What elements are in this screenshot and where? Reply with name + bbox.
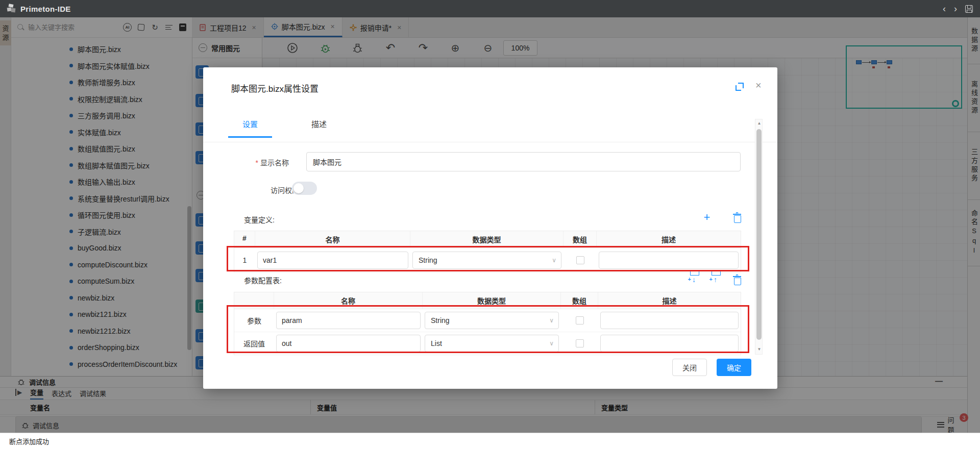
expand-icon[interactable] [736, 83, 744, 91]
close-icon[interactable]: × [755, 80, 762, 91]
nav-back-icon[interactable]: ‹ [943, 4, 946, 13]
app-title: Primeton-IDE [20, 5, 71, 13]
status-message: 断点添加成功 [9, 436, 49, 446]
col-blank [234, 292, 274, 309]
param-table-header: 名称 数据类型 数组 描述 [234, 292, 741, 309]
properties-dialog: 脚本图元.bizx属性设置 × 设置 描述 显示名称 访问权限 变量定义: + … [203, 67, 777, 389]
selected-type: String [419, 256, 437, 264]
param-table: 名称 数据类型 数组 描述 参数 String∨ 返回值 List∨ [234, 292, 741, 355]
param-row-input: 参数 String∨ [234, 309, 741, 332]
selected-type: String [431, 316, 450, 325]
tab-settings[interactable]: 设置 [228, 118, 272, 138]
access-permission-label: 访问权限 [217, 185, 299, 195]
param-row-output: 返回值 List∨ [234, 332, 741, 355]
selected-type: List [431, 339, 442, 347]
col-type: 数据类型 [410, 231, 564, 247]
array-checkbox[interactable] [576, 316, 584, 325]
display-name-label: 显示名称 [207, 157, 289, 167]
col-name: 名称 [255, 231, 410, 247]
param-section-label: 参数配置表: [244, 275, 282, 285]
col-type: 数据类型 [423, 292, 561, 309]
scroll-up-icon[interactable]: ▲ [755, 121, 763, 126]
variable-type-select[interactable]: String∨ [412, 252, 561, 269]
dialog-scrollbar[interactable]: ▲ ▼ [755, 119, 763, 355]
col-desc: 描述 [597, 231, 741, 247]
export-params-icon[interactable]: ↑+ [706, 276, 717, 287]
status-bar: 断点添加成功 [0, 433, 980, 449]
array-checkbox[interactable] [576, 256, 584, 264]
variable-name-input[interactable] [257, 252, 408, 269]
scrollbar-thumb[interactable] [756, 129, 762, 340]
return-desc-input[interactable] [600, 335, 739, 352]
access-permission-toggle[interactable] [292, 182, 317, 195]
array-checkbox[interactable] [576, 339, 584, 347]
chevron-down-icon: ∨ [549, 317, 554, 324]
return-name-input[interactable] [276, 335, 421, 352]
variable-section-label: 变量定义: [244, 214, 275, 224]
col-index: # [234, 231, 255, 247]
param-desc-input[interactable] [600, 312, 739, 329]
nav-forward-icon[interactable]: › [954, 4, 957, 13]
dialog-tabs: 设置 描述 [228, 118, 341, 138]
app-window: Primeton-IDE ‹ › 资源 AI ↻ 工程项目12 [0, 0, 980, 449]
save-icon[interactable] [965, 5, 973, 13]
row-index: 1 [234, 254, 255, 267]
app-logo-icon [6, 4, 16, 14]
col-name: 名称 [274, 292, 423, 309]
scroll-down-icon[interactable]: ▼ [755, 347, 763, 352]
param-name-input[interactable] [276, 312, 421, 329]
variable-table: # 名称 数据类型 数组 描述 1 String∨ [234, 231, 741, 272]
col-array: 数组 [561, 292, 598, 309]
tabs-divider [203, 142, 777, 142]
delete-param-icon[interactable] [728, 276, 739, 287]
close-button[interactable]: 关闭 [672, 359, 707, 376]
row-label: 参数 [234, 313, 274, 328]
chevron-down-icon: ∨ [549, 340, 554, 347]
col-desc: 描述 [598, 292, 741, 309]
display-name-input[interactable] [306, 152, 741, 171]
return-type-select[interactable]: List∨ [425, 335, 559, 352]
chevron-down-icon: ∨ [552, 257, 556, 264]
delete-variable-icon[interactable] [728, 213, 739, 224]
dialog-title: 脚本图元.bizx属性设置 [231, 82, 318, 94]
variable-desc-input[interactable] [599, 252, 739, 269]
ok-button[interactable]: 确定 [717, 359, 751, 376]
tab-description[interactable]: 描述 [297, 118, 341, 138]
variable-row: 1 String∨ [234, 248, 741, 272]
add-variable-icon[interactable]: + [701, 212, 713, 223]
import-params-icon[interactable]: ↓+ [684, 276, 696, 287]
param-type-select[interactable]: String∨ [425, 312, 559, 329]
variable-table-header: # 名称 数据类型 数组 描述 [234, 231, 741, 248]
col-array: 数组 [564, 231, 597, 247]
row-label: 返回值 [234, 336, 274, 351]
title-bar: Primeton-IDE ‹ › [0, 0, 980, 17]
